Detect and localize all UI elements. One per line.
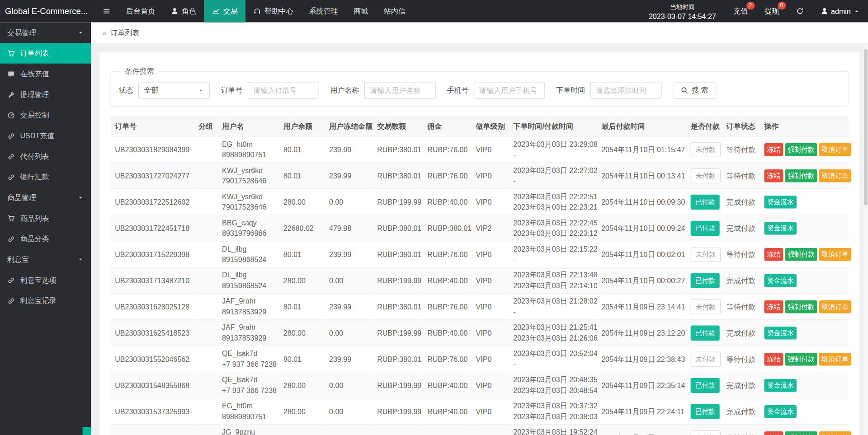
cell-username: JG_9pznu79177754499 — [217, 425, 279, 435]
status-value: 全部 — [144, 85, 158, 95]
force-pay-button[interactable]: 强制付款 — [785, 352, 817, 365]
recharge-shortcut[interactable]: 充值 2 — [725, 0, 756, 22]
cell-pay-status: 已付款 — [686, 215, 722, 241]
topnav-item-3[interactable]: 帮助中心 — [245, 0, 301, 22]
sidebar-item-1-0[interactable]: 商品列表 — [0, 208, 91, 229]
sidebar-item-0-4[interactable]: USDT充值 — [0, 126, 91, 146]
cell-amount: RUBP:380.01 — [373, 241, 423, 267]
table-row: UB2303031713487210DL_ilbg89159868524280.… — [110, 267, 848, 294]
cell-last-pay-time: 2054年11月10日 00:00:27 — [597, 267, 686, 294]
user-menu[interactable]: admin — [812, 0, 868, 22]
main-area: » 订单列表 条件搜索 状态 全部 订单号用户名称手机号下单时间 — [91, 22, 868, 435]
fund-flow-button[interactable]: 资金流水 — [764, 195, 797, 208]
cell-order-time: 2023年03月03日 22:22:512023年03月03日 22:23:21 — [509, 189, 597, 215]
fund-flow-button[interactable]: 资金流水 — [764, 274, 797, 286]
topnav-item-label: 系统管理 — [309, 6, 338, 16]
withdraw-shortcut[interactable]: 提现 0 — [756, 0, 788, 22]
search-button[interactable]: 搜 索 — [673, 82, 716, 98]
topnav-item-6[interactable]: 站内信 — [376, 0, 414, 22]
sidebar-item-0-3[interactable]: 交易控制 — [0, 105, 91, 126]
cancel-order-button[interactable]: 取消订单 — [819, 352, 851, 365]
user-icon — [821, 7, 828, 15]
unpaid-badge: 未付款 — [691, 168, 721, 183]
refresh-button[interactable] — [788, 0, 812, 22]
topnav-item-0[interactable]: 后台首页 — [118, 0, 163, 22]
cell-commission: RUBP:76.00 — [423, 241, 471, 267]
cell-commission: RUBP:40.00 — [423, 372, 471, 398]
sidebar-group-title-0[interactable]: 交易管理 — [0, 22, 91, 43]
table-row: UB2303031628025128JAF_9rahr8913785392980… — [110, 294, 848, 320]
table-row: UB2303031715229398DL_ilbg8915986852480.0… — [110, 241, 848, 267]
scrollbar-thumb[interactable] — [864, 49, 867, 206]
cancel-order-button[interactable]: 取消订单 — [819, 143, 851, 156]
cell-group — [194, 372, 217, 398]
freeze-button[interactable]: 冻结 — [764, 431, 783, 435]
sidebar-item-0-2[interactable]: 提现管理 — [0, 84, 91, 105]
sidebar-item-0-5[interactable]: 代付列表 — [0, 146, 91, 167]
filter-input-2[interactable] — [474, 82, 545, 98]
cancel-order-button[interactable]: 取消订单 — [819, 248, 851, 260]
filter-input-0[interactable] — [248, 82, 319, 98]
column-header-1: 分组 — [194, 117, 217, 136]
freeze-button[interactable]: 冻结 — [764, 143, 783, 156]
fund-flow-button[interactable]: 资金流水 — [764, 379, 797, 391]
force-pay-button[interactable]: 强制付款 — [785, 169, 817, 182]
topnav-item-5[interactable]: 商城 — [346, 0, 376, 22]
freeze-button[interactable]: 冻结 — [764, 300, 783, 313]
cell-balance: 280.00 — [279, 372, 325, 398]
column-header-2: 用户名 — [217, 117, 279, 136]
sidebar-item-0-6[interactable]: 银行汇款 — [0, 167, 91, 187]
cell-commission: RUBP:380.01 — [423, 215, 471, 241]
cell-actions: 冻结强制付款取消订单 — [760, 241, 849, 267]
filter-input-3[interactable] — [590, 82, 661, 98]
sidebar-group-title-1[interactable]: 商品管理 — [0, 187, 91, 208]
status-select[interactable]: 全部 — [138, 82, 210, 98]
freeze-button[interactable]: 冻结 — [764, 352, 783, 365]
cell-balance: 280.00 — [279, 189, 325, 215]
sidebar-item-2-0[interactable]: 利息宝选项 — [0, 270, 91, 290]
cancel-order-button[interactable]: 取消订单 — [819, 431, 851, 435]
scrollbar-track[interactable] — [863, 45, 868, 435]
cell-commission: RUBP:76.00 — [423, 136, 471, 163]
topnav-item-label: 帮助中心 — [264, 6, 293, 16]
sidebar-item-2-1[interactable]: 利息宝记录 — [0, 290, 91, 311]
cell-order-status: 等待付款 — [722, 294, 760, 320]
topnav-item-2[interactable]: 交易 — [204, 0, 245, 22]
cell-level: VIP0 — [472, 425, 509, 435]
cancel-order-button[interactable]: 取消订单 — [819, 300, 851, 313]
cell-amount: RUBP:199.99 — [373, 425, 423, 435]
topnav-item-4[interactable]: 系统管理 — [301, 0, 346, 22]
freeze-button[interactable]: 冻结 — [764, 248, 783, 260]
sidebar-item-label: 在线充值 — [20, 69, 49, 79]
topnav-menu: 后台首页角色交易帮助中心系统管理商城站内信 — [118, 0, 414, 22]
fund-flow-button[interactable]: 资金流水 — [764, 221, 797, 234]
topnav-item-1[interactable]: 角色 — [163, 0, 204, 22]
fund-flow-button[interactable]: 资金流水 — [764, 405, 797, 417]
fund-flow-button[interactable]: 资金流水 — [764, 326, 797, 339]
force-pay-button[interactable]: 强制付款 — [785, 248, 817, 260]
cell-group — [194, 294, 217, 320]
sidebar-group-label: 商品管理 — [7, 192, 36, 202]
cell-order-time: 2023年03月03日 22:27:02- — [509, 163, 597, 189]
cancel-order-button[interactable]: 取消订单 — [819, 169, 851, 182]
sidebar-item-0-1[interactable]: 在线充值 — [0, 64, 91, 84]
cell-level: VIP0 — [472, 189, 509, 215]
topnav-item-label: 交易 — [223, 6, 238, 16]
sidebar-toggle-button[interactable] — [95, 0, 118, 22]
cell-group — [194, 189, 217, 215]
cell-frozen: 239.99 — [325, 136, 373, 163]
force-pay-button[interactable]: 强制付款 — [785, 300, 817, 313]
filter-input-1[interactable] — [364, 82, 436, 98]
sidebar-group-title-2[interactable]: 利息宝 — [0, 249, 91, 270]
cell-order-status: 完成付款 — [722, 372, 760, 398]
freeze-button[interactable]: 冻结 — [764, 169, 783, 182]
sidebar-corner-toggle[interactable] — [83, 427, 91, 435]
force-pay-button[interactable]: 强制付款 — [785, 431, 817, 435]
topbar: Global E-Commerce... 后台首页角色交易帮助中心系统管理商城站… — [0, 0, 868, 22]
sidebar-item-1-1[interactable]: 商品分类 — [0, 229, 91, 249]
sidebar-item-0-0[interactable]: 订单列表 — [0, 43, 91, 64]
cell-pay-status: 未付款 — [686, 163, 722, 189]
filter-label: 用户名称 — [330, 85, 359, 95]
cell-username: EG_ht0m89889890751 — [217, 398, 279, 425]
force-pay-button[interactable]: 强制付款 — [785, 143, 817, 156]
